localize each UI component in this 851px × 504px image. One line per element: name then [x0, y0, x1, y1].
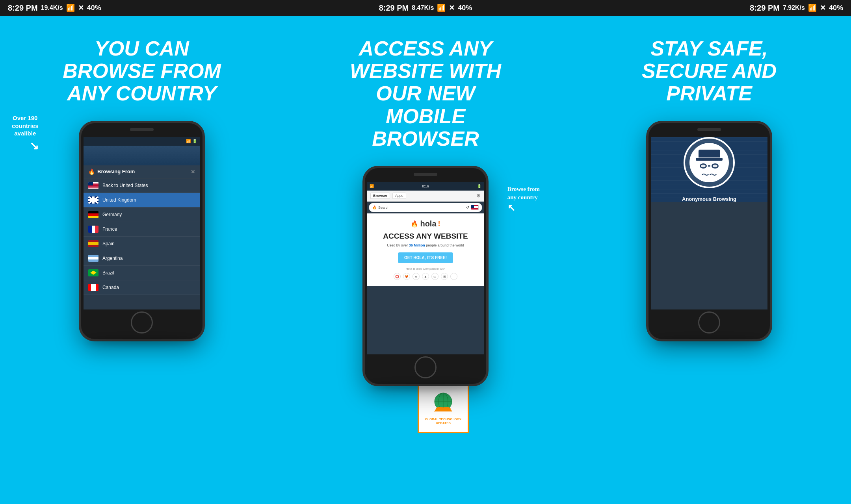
- apple-icon: [450, 273, 457, 280]
- hola-headline: ACCESS ANY WEBSITE: [383, 232, 468, 241]
- flame-icon: 🔥: [88, 169, 95, 175]
- status-segment-1: 8:29 PM 19.4K/s 📶 ✕ 40%: [8, 4, 101, 13]
- gtu-text: GLOBAL TECHNOLOGY UPDATES: [422, 417, 465, 426]
- windows-icon: ⊞: [441, 273, 448, 280]
- hola-flame: 🔥: [411, 220, 418, 228]
- country-flag-us-browser: [471, 205, 479, 210]
- phone-screen-1: 📶 🔋 🔥 Browsing From ✕: [84, 137, 200, 309]
- firefox-icon: 🦊: [403, 273, 410, 280]
- panel2-browse-annotation: Browse fromany country ↖: [507, 185, 540, 215]
- browser-tab-browser[interactable]: Browser: [370, 193, 390, 199]
- wifi-icon-2: 📶: [437, 4, 446, 12]
- browser-address-bar[interactable]: 🔥 Search ↺: [369, 203, 482, 212]
- hola-exclamation: !: [438, 220, 440, 228]
- address-text: Search: [378, 206, 465, 209]
- time-3: 8:29 PM: [750, 4, 780, 13]
- speed-2: 8.47K/s: [412, 4, 434, 11]
- panel-3: STAY SAFE, SECURE AND PRIVATE: [567, 16, 851, 504]
- tablet-icon: ▭: [431, 273, 439, 280]
- browsing-from-header: 🔥 Browsing From ✕: [84, 165, 200, 178]
- flag-es: [88, 240, 98, 247]
- country-item-ar[interactable]: Argentina: [84, 251, 200, 266]
- panel-2: ACCESS ANY WEBSITE WITH OUR NEW MOBILE B…: [284, 16, 567, 504]
- time-2: 8:29 PM: [379, 4, 409, 13]
- close-button[interactable]: ✕: [191, 169, 195, 175]
- phone-mockup-2: 📶 8:16 🔋 Browser Apps ⚙ 🔥 Search ↺: [362, 166, 489, 386]
- flag-ca: [88, 284, 98, 291]
- phone-time-2: 8:16: [422, 184, 429, 188]
- flag-de: [88, 211, 98, 218]
- phone-screen-3: 〜〜 Anonymous Browsing: [651, 137, 767, 309]
- country-item-es[interactable]: Spain: [84, 237, 200, 251]
- phone-battery-2: 🔋: [477, 184, 481, 188]
- country-item-de[interactable]: Germany: [84, 208, 200, 222]
- speed-3: 7.92K/s: [783, 4, 805, 11]
- compatible-text: Hola is also Compatible with: [406, 267, 446, 271]
- hola-logo: 🔥 hola !: [411, 219, 440, 228]
- speed-1: 19.4K/s: [41, 4, 63, 11]
- android-icon: ▲: [422, 273, 429, 280]
- wifi-icon-1: 📶: [66, 4, 75, 12]
- battery-pct-3: 40%: [829, 4, 843, 12]
- status-segment-2: 8:29 PM 8.47K/s 📶 ✕ 40%: [379, 4, 472, 13]
- bg-pattern: [651, 137, 767, 202]
- spy-hat-top: [699, 150, 720, 158]
- phone-app-bg: [84, 146, 200, 165]
- country-item-br[interactable]: Brazil: [84, 266, 200, 280]
- phone-wifi-icon: 📶: [186, 139, 191, 143]
- gtu-globe-svg: [429, 390, 457, 417]
- signal-icon-3: ✕: [820, 4, 826, 12]
- wifi-icon-3: 📶: [808, 4, 817, 12]
- panel2-title: ACCESS ANY WEBSITE WITH OUR NEW MOBILE B…: [337, 37, 514, 150]
- browser-header: Browser Apps ⚙: [367, 191, 484, 202]
- phone-screen-2: 📶 8:16 🔋 Browser Apps ⚙ 🔥 Search ↺: [367, 182, 484, 354]
- page-icon: 🔥: [372, 206, 377, 209]
- panel-1: YOU CAN BROWSE FROM ANY COUNTRY Over 190…: [0, 16, 284, 504]
- browser-icons-row: ⭕ 🦊 e ▲ ▭ ⊞: [394, 273, 457, 280]
- country-item-uk[interactable]: United Kingdom: [84, 193, 200, 208]
- signal-icon-1: ✕: [78, 4, 84, 12]
- chrome-icon: ⭕: [394, 273, 401, 280]
- phone-dark-screen: 〜〜 Anonymous Browsing: [651, 137, 767, 202]
- reload-icon[interactable]: ↺: [466, 206, 469, 209]
- phone-shadow-2: [370, 382, 481, 390]
- power-button-3: [771, 155, 772, 170]
- phone-status-bar-1: 📶 🔋: [84, 137, 200, 146]
- battery-pct-1: 40%: [87, 4, 101, 12]
- spy-hat-brim: [696, 158, 723, 161]
- browsing-from-title: 🔥 Browsing From: [88, 169, 135, 175]
- hola-page: 🔥 hola ! ACCESS ANY WEBSITE Used by over…: [367, 213, 484, 286]
- ie-icon: e: [412, 273, 420, 280]
- country-item-fr[interactable]: France: [84, 222, 200, 237]
- signal-icon-2: ✕: [449, 4, 455, 12]
- status-bar: 8:29 PM 19.4K/s 📶 ✕ 40% 8:29 PM 8.47K/s …: [0, 0, 851, 16]
- flag-br: [88, 269, 98, 276]
- country-item-ca[interactable]: Canada: [84, 280, 200, 295]
- time-1: 8:29 PM: [8, 4, 38, 13]
- hola-cta-button[interactable]: GET HOLA, IT'S FREE!: [398, 252, 453, 263]
- phone-mockup-1: 📶 🔋 🔥 Browsing From ✕: [79, 121, 205, 341]
- country-item-us[interactable]: Back to United States: [84, 178, 200, 193]
- phone-shadow-1: [87, 337, 197, 345]
- settings-gear-icon[interactable]: ⚙: [476, 193, 481, 198]
- phone-status-bar-2: 📶 8:16 🔋: [367, 182, 484, 191]
- browser-tab-apps[interactable]: Apps: [392, 193, 406, 199]
- panel1-title: YOU CAN BROWSE FROM ANY COUNTRY: [53, 37, 230, 105]
- flag-uk: [88, 196, 98, 204]
- country-list: Back to United States United Kingdom Ger…: [84, 178, 200, 295]
- hola-wordmark: hola: [420, 219, 436, 228]
- flag-us: [88, 182, 98, 189]
- hola-subtext: Used by over 36 Million people around th…: [387, 243, 464, 248]
- vol-down-button: [646, 178, 648, 190]
- battery-pct-2: 40%: [458, 4, 472, 12]
- flag-ar: [88, 255, 98, 262]
- panel3-title: STAY SAFE, SECURE AND PRIVATE: [621, 37, 798, 105]
- phone-shadow-3: [654, 337, 764, 345]
- vol-up-button: [646, 163, 648, 174]
- flag-fr: [88, 226, 98, 233]
- power-button: [487, 200, 489, 215]
- status-segment-3: 8:29 PM 7.92K/s 📶 ✕ 40%: [750, 4, 843, 13]
- phone-mockup-3: 〜〜 Anonymous Browsing: [646, 121, 772, 341]
- main-content: YOU CAN BROWSE FROM ANY COUNTRY Over 190…: [0, 16, 851, 504]
- phone-battery: 🔋: [192, 139, 197, 143]
